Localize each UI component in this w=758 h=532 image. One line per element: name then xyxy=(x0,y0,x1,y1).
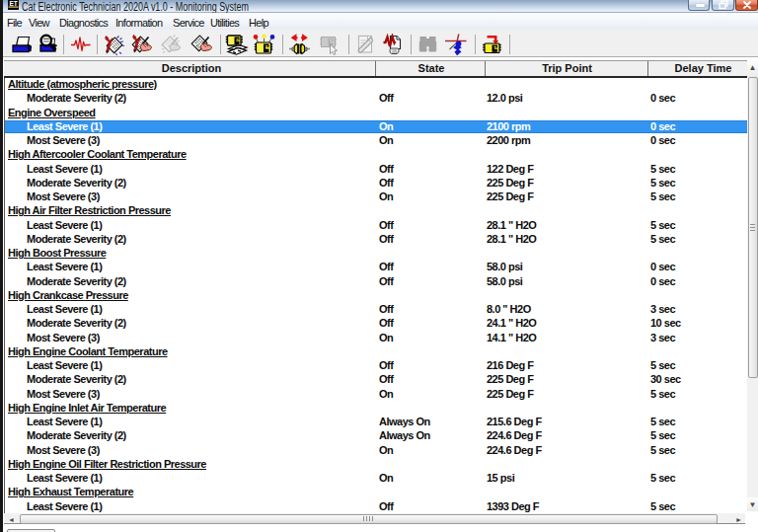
svg-text:ET: ET xyxy=(10,0,18,7)
